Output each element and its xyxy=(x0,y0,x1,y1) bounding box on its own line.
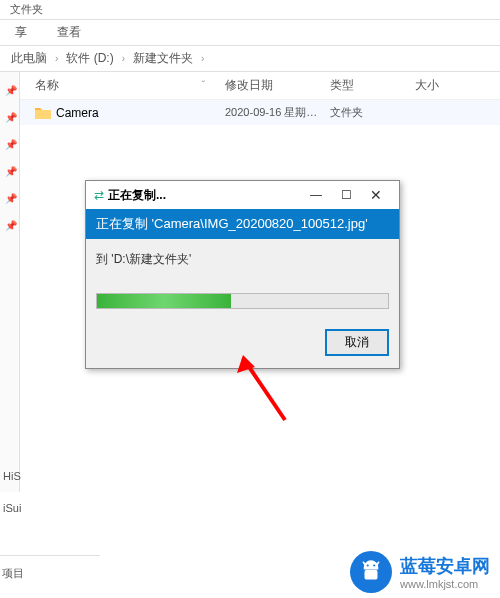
breadcrumb-folder[interactable]: 新建文件夹 xyxy=(127,50,199,67)
close-button[interactable]: ✕ xyxy=(361,187,391,203)
file-name-cell: Camera xyxy=(20,106,225,120)
sidebar-item[interactable]: iSui xyxy=(0,492,30,524)
breadcrumb-drive[interactable]: 软件 (D:) xyxy=(60,50,119,67)
pin-icon[interactable]: 📌 xyxy=(0,185,19,212)
svg-point-3 xyxy=(367,564,369,566)
dialog-banner: 正在复制 'Camera\IMG_20200820_100512.jpg' xyxy=(86,209,399,239)
table-row[interactable]: Camera 2020-09-16 星期… 文件夹 xyxy=(20,100,500,125)
column-headers: 名称 ˇ 修改日期 类型 大小 xyxy=(20,72,500,100)
col-name-label: 名称 xyxy=(35,77,59,94)
progress-bar xyxy=(96,293,389,309)
copy-icon: ⇄ xyxy=(94,188,104,202)
pin-icon[interactable]: 📌 xyxy=(0,212,19,239)
folder-icon xyxy=(35,107,51,119)
chevron-right-icon: › xyxy=(120,53,127,64)
col-type[interactable]: 类型 xyxy=(330,77,415,94)
toolbar: 享 查看 xyxy=(0,20,500,45)
watermark-title: 蓝莓安卓网 xyxy=(400,554,490,578)
breadcrumb-pc[interactable]: 此电脑 xyxy=(5,50,53,67)
file-type-cell: 文件夹 xyxy=(330,105,415,120)
col-name[interactable]: 名称 ˇ xyxy=(20,77,225,94)
minimize-button[interactable]: — xyxy=(301,188,331,202)
toolbar-share[interactable]: 享 xyxy=(0,24,42,41)
toolbar-view[interactable]: 查看 xyxy=(42,24,96,41)
pin-icon[interactable]: 📌 xyxy=(0,104,19,131)
android-icon xyxy=(350,551,392,593)
col-date[interactable]: 修改日期 xyxy=(225,77,330,94)
chevron-right-icon: › xyxy=(53,53,60,64)
sidebar-lower: HiS iSui xyxy=(0,460,30,524)
progress-fill xyxy=(97,294,231,308)
pin-icon[interactable]: 📌 xyxy=(0,131,19,158)
dialog-titlebar[interactable]: ⇄ 正在复制... — ☐ ✕ xyxy=(86,181,399,209)
svg-point-4 xyxy=(373,564,375,566)
sort-indicator-icon: ˇ xyxy=(202,80,205,91)
dialog-dest: 到 'D:\新建文件夹' xyxy=(96,251,389,268)
sidebar-item[interactable]: HiS xyxy=(0,460,30,492)
watermark: 蓝莓安卓网 www.lmkjst.com xyxy=(350,551,490,593)
status-text: 项目 xyxy=(0,566,40,581)
pin-icon[interactable]: 📌 xyxy=(0,158,19,185)
file-date-cell: 2020-09-16 星期… xyxy=(225,105,330,120)
col-size[interactable]: 大小 xyxy=(415,77,475,94)
svg-rect-2 xyxy=(365,570,378,580)
chevron-right-icon: › xyxy=(199,53,206,64)
dialog-title: 正在复制... xyxy=(108,187,301,204)
tab-folder[interactable]: 文件夹 xyxy=(0,2,53,17)
breadcrumb[interactable]: 此电脑 › 软件 (D:) › 新建文件夹 › xyxy=(0,46,500,71)
maximize-button[interactable]: ☐ xyxy=(331,188,361,202)
sidebar: 📌 📌 📌 📌 📌 📌 xyxy=(0,72,20,492)
copy-dialog: ⇄ 正在复制... — ☐ ✕ 正在复制 'Camera\IMG_2020082… xyxy=(85,180,400,369)
cancel-button[interactable]: 取消 xyxy=(325,329,389,356)
divider xyxy=(0,555,100,556)
watermark-url: www.lmkjst.com xyxy=(400,578,490,590)
file-name-text: Camera xyxy=(56,106,99,120)
pin-icon[interactable]: 📌 xyxy=(0,77,19,104)
